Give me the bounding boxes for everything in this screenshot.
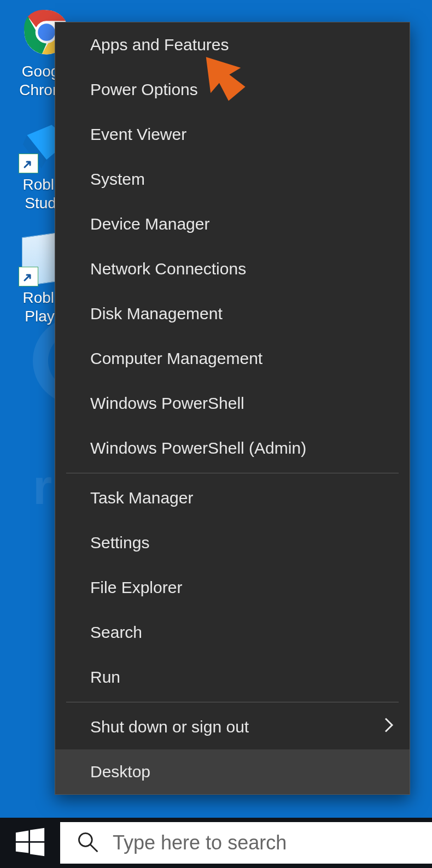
menu-item-label: Run [90,668,120,687]
menu-item-label: Apps and Features [90,36,229,54]
svg-marker-9 [30,843,44,856]
menu-item-windows-powershell-admin[interactable]: Windows PowerShell (Admin) [55,426,410,471]
search-icon [75,830,100,856]
menu-item-label: Task Manager [90,489,193,507]
shortcut-arrow-icon [19,267,38,286]
menu-item-desktop[interactable]: Desktop [55,749,410,794]
windows-logo-icon [15,826,45,859]
menu-item-label: Shut down or sign out [90,718,249,736]
svg-marker-8 [16,843,28,853]
menu-item-label: Windows PowerShell [90,394,244,413]
menu-item-label: Computer Management [90,349,262,368]
menu-item-power-options[interactable]: Power Options [55,67,410,112]
menu-item-task-manager[interactable]: Task Manager [55,476,410,520]
menu-item-system[interactable]: System [55,157,410,202]
menu-separator [66,702,399,702]
taskbar: Type here to search [0,818,432,868]
menu-item-label: Windows PowerShell (Admin) [90,439,306,458]
search-placeholder: Type here to search [113,831,287,854]
menu-item-shut-down-sign-out[interactable]: Shut down or sign out [55,705,410,749]
taskbar-search-box[interactable]: Type here to search [60,822,432,864]
menu-item-network-connections[interactable]: Network Connections [55,247,410,291]
menu-item-device-manager[interactable]: Device Manager [55,202,410,247]
menu-item-apps-features[interactable]: Apps and Features [55,22,410,67]
menu-item-label: Device Manager [90,215,209,233]
shortcut-arrow-icon [19,154,38,173]
menu-item-settings[interactable]: Settings [55,520,410,565]
menu-item-disk-management[interactable]: Disk Management [55,291,410,336]
menu-item-label: Power Options [90,80,198,99]
menu-item-file-explorer[interactable]: File Explorer [55,565,410,610]
svg-point-10 [79,833,92,846]
svg-line-11 [91,845,98,852]
menu-item-search[interactable]: Search [55,610,410,655]
svg-marker-6 [16,830,28,841]
svg-marker-7 [30,828,44,841]
menu-item-windows-powershell[interactable]: Windows PowerShell [55,381,410,426]
menu-item-label: File Explorer [90,578,182,597]
menu-item-label: Settings [90,533,149,552]
start-button[interactable] [0,818,60,868]
menu-item-label: Event Viewer [90,125,186,144]
menu-item-computer-management[interactable]: Computer Management [55,336,410,381]
winx-context-menu: Apps and FeaturesPower OptionsEvent View… [55,22,410,795]
menu-item-label: Network Connections [90,260,246,278]
menu-separator [66,473,399,473]
menu-item-label: System [90,170,145,189]
menu-item-label: Disk Management [90,304,223,323]
menu-item-label: Desktop [90,763,150,781]
chevron-right-icon [383,717,394,737]
menu-item-run[interactable]: Run [55,655,410,700]
menu-item-event-viewer[interactable]: Event Viewer [55,112,410,157]
menu-item-label: Search [90,623,142,642]
